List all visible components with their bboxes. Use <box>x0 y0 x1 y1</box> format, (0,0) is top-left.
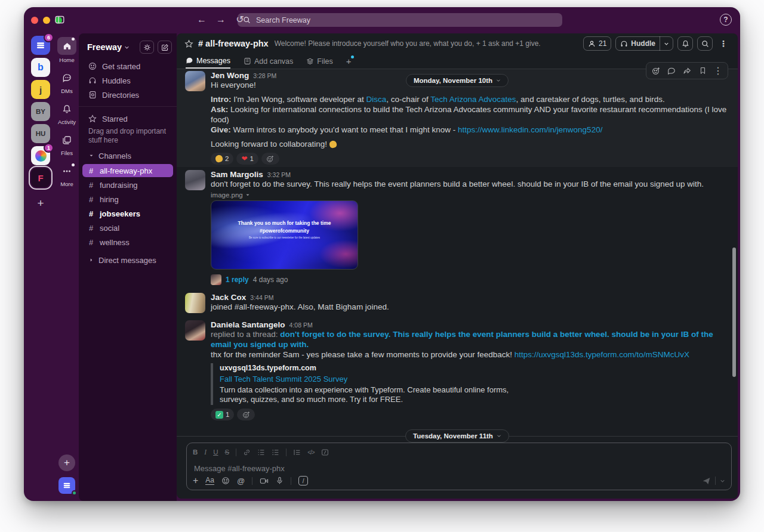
create-new-button[interactable]: + <box>58 454 75 471</box>
link-disca[interactable]: Disca <box>366 95 386 104</box>
tab-add-canvas[interactable]: Add canvas <box>244 54 293 69</box>
message-jack-cox[interactable]: Jack Cox 3:44 PM joined #all-freeway-phx… <box>177 291 738 316</box>
reaction-check[interactable]: ✓1 <box>211 409 234 420</box>
workspace-icon-1[interactable]: 6 <box>31 36 50 55</box>
code-icon[interactable]: </> <box>307 449 314 456</box>
direct-messages-section[interactable]: Direct messages <box>79 253 177 267</box>
add-reaction-icon[interactable] <box>649 64 663 77</box>
forward-icon[interactable]: → <box>215 14 227 26</box>
message-author[interactable]: Sam Margolis <box>211 170 263 179</box>
code-block-icon[interactable] <box>321 449 329 456</box>
message-author[interactable]: Jack Cox <box>211 293 246 302</box>
huddle-button[interactable]: Huddle <box>615 36 673 51</box>
search-bar[interactable] <box>238 13 562 27</box>
message-composer[interactable]: B I U S </> <box>186 443 732 490</box>
reply-in-thread-icon[interactable] <box>664 64 679 77</box>
sidebar-channel-all-freeway-phx[interactable]: # all-freeway-phx <box>82 164 173 177</box>
video-icon[interactable] <box>260 477 269 485</box>
star-channel-icon[interactable] <box>184 39 193 48</box>
sidebar-item-directories[interactable]: Directories <box>79 88 177 101</box>
message-timestamp[interactable]: 3:32 PM <box>267 171 291 178</box>
emoji-icon[interactable] <box>221 477 230 485</box>
nav-more[interactable]: More <box>57 163 76 187</box>
scrollbar-thumb[interactable] <box>732 248 736 377</box>
avatar[interactable] <box>185 170 205 190</box>
ordered-list-icon[interactable] <box>257 449 265 456</box>
add-workspace-button[interactable]: + <box>31 194 50 213</box>
mention-icon[interactable]: @ <box>237 477 245 485</box>
underline-icon[interactable]: U <box>213 449 218 456</box>
more-actions-kebab-icon[interactable]: ⋮ <box>711 64 725 77</box>
link-tech-arizona-advocates[interactable]: Tech Arizona Advocates <box>430 95 516 104</box>
bookmark-icon[interactable] <box>695 64 710 77</box>
microphone-icon[interactable] <box>276 477 284 485</box>
nav-files[interactable]: Files <box>57 132 76 156</box>
message-author[interactable]: Daniela Santangelo <box>211 320 285 329</box>
reaction-wave[interactable]: 👋2 <box>211 153 233 165</box>
thread-link[interactable]: 1 reply 4 days ago <box>211 274 729 285</box>
workspace-icon-4[interactable]: BY <box>31 102 50 121</box>
thread-quote-link[interactable]: don't forget to do the survey. This real… <box>211 330 713 349</box>
shortcuts-slash-icon[interactable]: / <box>298 476 308 485</box>
send-options-chevron[interactable] <box>720 478 725 484</box>
search-input[interactable] <box>255 16 557 25</box>
tab-messages[interactable]: Messages <box>186 54 230 69</box>
add-reaction-button[interactable] <box>237 409 255 420</box>
link-linkedin[interactable]: https://www.linkedin.com/in/jenwong520/ <box>458 125 602 134</box>
blockquote-icon[interactable] <box>293 449 301 456</box>
reaction-heart[interactable]: ❤1 <box>236 153 258 165</box>
message-author[interactable]: Jen Wong <box>211 71 249 80</box>
compose-icon[interactable] <box>158 41 172 54</box>
close-window-button[interactable] <box>31 17 38 24</box>
channel-more-kebab-icon[interactable]: ⋮ <box>717 39 730 48</box>
avatar[interactable] <box>185 71 205 91</box>
channels-section-header[interactable]: Channels <box>79 149 177 162</box>
bold-icon[interactable]: B <box>193 449 198 456</box>
message-sam-margolis[interactable]: Sam Margolis 3:32 PM don't forget to do … <box>177 168 738 287</box>
sidebar-channel-wellness[interactable]: # wellness <box>82 236 173 249</box>
nav-activity[interactable]: Activity <box>57 101 76 125</box>
channel-search-icon[interactable] <box>697 36 713 51</box>
avatar[interactable] <box>185 320 205 341</box>
add-tab-button[interactable]: + <box>346 54 355 69</box>
attached-image[interactable]: Thank you so much for taking the time #p… <box>211 200 358 270</box>
nav-dms[interactable]: DMs <box>57 70 76 94</box>
attach-plus-icon[interactable]: + <box>193 475 198 486</box>
date-divider-monday[interactable]: Monday, November 10th <box>406 74 509 87</box>
sidebar-channel-hiring[interactable]: # hiring <box>82 193 173 206</box>
workspace-icon-5[interactable]: HU <box>31 124 50 143</box>
workspace-icon-2[interactable]: b <box>31 58 50 77</box>
sidebar-channel-social[interactable]: # social <box>82 221 173 234</box>
add-reaction-button[interactable] <box>261 153 279 165</box>
bulleted-list-icon[interactable] <box>272 449 279 456</box>
sidebar-toggle-icon[interactable] <box>55 15 64 24</box>
minimize-window-button[interactable] <box>43 17 50 24</box>
link-icon[interactable] <box>243 449 251 456</box>
message-timestamp[interactable]: 3:44 PM <box>250 294 273 301</box>
member-count-button[interactable]: 21 <box>583 36 611 51</box>
back-icon[interactable]: ← <box>196 14 208 26</box>
sidebar-item-get-started[interactable]: Get started <box>79 60 177 73</box>
workspace-icon-freeway-active[interactable]: F <box>31 168 50 187</box>
sidebar-item-huddles[interactable]: Huddles <box>79 74 177 87</box>
nav-home[interactable]: Home <box>57 37 76 63</box>
message-timestamp[interactable]: 4:08 PM <box>289 321 313 329</box>
message-daniela-408[interactable]: Daniela Santangelo 4:08 PM replied to a … <box>177 318 738 423</box>
message-input[interactable] <box>193 463 512 474</box>
preview-title-link[interactable]: Fall Tech Talent Summit 2025 Survey <box>220 375 729 383</box>
sidebar-channel-jobseekers[interactable]: # jobseekers <box>82 207 173 220</box>
typeform-link[interactable]: https://uxvgsql13ds.typeform.com/to/mSNM… <box>515 350 689 359</box>
channel-name[interactable]: # all-freeway-phx <box>198 39 269 48</box>
sidebar-channel-fundraising[interactable]: # fundraising <box>82 178 173 191</box>
help-icon[interactable]: ? <box>720 14 732 26</box>
attachment-filename[interactable]: image.png <box>211 191 729 199</box>
avatar[interactable] <box>185 293 205 313</box>
channel-topic[interactable]: Welcome! Please introduce yourself who y… <box>275 39 578 48</box>
user-avatar[interactable] <box>58 477 75 494</box>
italic-icon[interactable]: I <box>204 449 207 456</box>
workspace-icon-3[interactable]: j <box>31 80 50 99</box>
tab-files[interactable]: Files <box>306 54 332 69</box>
workspace-name[interactable]: Freeway <box>87 42 122 52</box>
huddle-options-chevron[interactable] <box>660 41 673 47</box>
message-timestamp[interactable]: 3:28 PM <box>253 72 276 79</box>
